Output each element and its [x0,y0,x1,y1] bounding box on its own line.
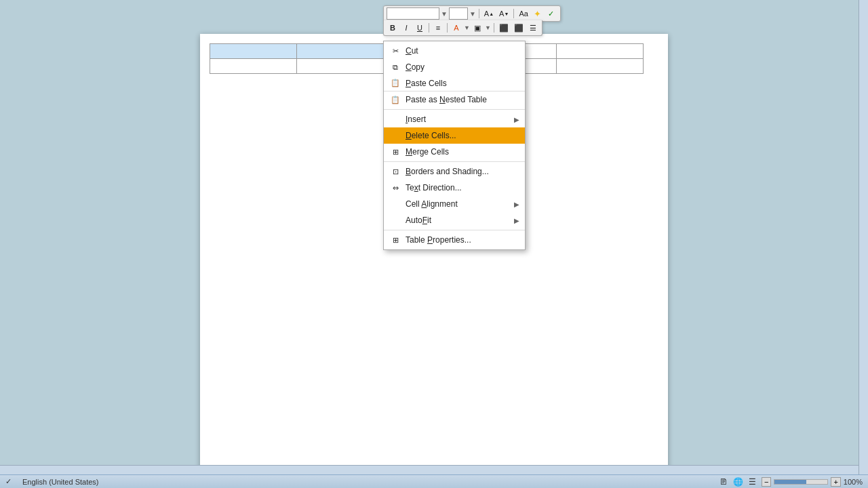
toolbar-separator [479,9,479,18]
zoom-level-label: 100% [844,478,863,486]
zoom-in-button[interactable]: + [831,477,840,487]
italic-button[interactable]: I [400,22,412,34]
cell-alignment-arrow-icon: ▶ [514,201,519,208]
table-cell[interactable] [210,59,297,74]
font-color-button[interactable]: A [450,22,462,34]
status-bar: ✓ English (United States) 🖹 🌐 ☰ − + 100% [0,474,868,488]
font-name-input[interactable]: Calibri (Bo [387,7,439,20]
menu-divider [384,109,525,110]
shrink-font-button[interactable]: A▼ [497,7,511,20]
toolbar-separator [513,9,514,18]
menu-item-table-properties[interactable]: ⊞ Table Properties... [384,232,525,248]
merge-icon: ⊞ [389,146,401,158]
autofit-arrow-icon: ▶ [514,217,519,224]
bg-color-button[interactable]: ▣ [471,22,484,34]
insert-icon [389,113,401,125]
cell-alignment-label: Cell Alignment [406,199,514,209]
bg-color-dropdown[interactable]: ▼ [485,24,491,31]
text-direction-label: Text Direction... [406,183,519,192]
vertical-scrollbar[interactable] [859,0,868,474]
view-icon-print[interactable]: 🖹 [719,477,728,487]
table-properties-label: Table Properties... [406,235,519,245]
toolbar-separator [429,23,429,33]
highlight-button[interactable]: ✦ [532,7,544,20]
copy-icon: ⧉ [389,61,401,73]
menu-item-cut[interactable]: ✂ Cut [384,43,525,59]
font-size-dropdown-icon[interactable]: ▼ [469,10,476,18]
status-right-area: 🖹 🌐 ☰ − + 100% [719,477,863,487]
menu-item-delete-cells[interactable]: Delete Cells... [384,127,525,144]
menu-item-paste-nested[interactable]: 📋 Paste as Nested Table [384,92,525,108]
view-icon-outline[interactable]: ☰ [749,477,756,487]
underline-button[interactable]: U [414,22,426,34]
view-icon-web[interactable]: 🌐 [733,477,743,487]
format-clear-button[interactable]: Aa [517,7,530,20]
bold-button[interactable]: B [387,22,399,34]
delete-cells-label: Delete Cells... [406,131,519,140]
menu-item-insert[interactable]: Insert ▶ [384,111,525,127]
zoom-control: − + 100% [762,477,863,487]
align-center-button[interactable]: ⬛ [512,22,526,34]
menu-item-borders[interactable]: ⊡ Borders and Shading... [384,163,525,180]
paste-icon: 📋 [389,77,401,89]
menu-item-merge-cells[interactable]: ⊞ Merge Cells [384,144,525,160]
cell-alignment-icon [389,198,401,210]
menu-item-autofit[interactable]: AutoFit ▶ [384,212,525,228]
table-cell[interactable] [296,44,383,59]
menu-item-text-direction[interactable]: ⇔ Text Direction... [384,180,525,196]
paste-nested-icon: 📋 [389,94,401,106]
language-label[interactable]: English (United States) [22,478,99,486]
insert-label: Insert [406,115,514,124]
menu-item-copy[interactable]: ⧉ Copy [384,59,525,75]
zoom-slider[interactable] [774,479,828,485]
table-cell[interactable] [210,44,297,59]
paste-cells-label: Paste Cells [406,79,519,88]
table-cell[interactable] [557,44,644,59]
autofit-label: AutoFit [406,216,514,225]
menu-item-cell-alignment[interactable]: Cell Alignment ▶ [384,196,525,212]
table-cell[interactable] [557,59,644,74]
center-align-button[interactable]: ≡ [432,22,444,34]
copy-label: Copy [406,62,519,72]
delete-cells-icon [389,129,401,142]
table-prop-icon: ⊞ [389,234,401,246]
paste-nested-label: Paste as Nested Table [406,95,519,104]
borders-label: Borders and Shading... [406,167,519,176]
cut-label: Cut [406,46,519,56]
zoom-out-button[interactable]: − [762,477,771,487]
table-cell[interactable] [296,59,383,74]
bullets-button[interactable]: ☰ [527,22,539,34]
submenu-arrow-icon: ▶ [514,116,519,123]
context-menu: ✂ Cut ⧉ Copy 📋 Paste Cells 📋 Paste as Ne… [383,41,526,250]
font-size-input[interactable]: 11 [449,7,468,20]
toolbar-separator [494,23,494,33]
status-check-icon: ✓ [5,477,12,486]
grow-font-button[interactable]: A▲ [482,7,496,20]
mini-toolbar: Calibri (Bo ▼ 11 ▼ A▲ A▼ Aa ✦ ✓ [383,5,561,22]
checkmark-button[interactable]: ✓ [545,7,557,20]
menu-divider [384,161,525,162]
autofit-icon [389,214,401,226]
mini-toolbar-row2: B I U ≡ A ▼ ▣ ▼ ⬛ ⬛ ☰ [383,20,542,36]
toolbar-separator [447,23,448,33]
text-dir-icon: ⇔ [389,182,401,194]
align-left-button[interactable]: ⬛ [497,22,511,34]
menu-item-paste-cells[interactable]: 📋 Paste Cells [384,75,525,92]
borders-icon: ⊡ [389,165,401,178]
merge-cells-label: Merge Cells [406,147,519,157]
menu-divider [384,230,525,230]
horizontal-scrollbar[interactable] [0,465,859,474]
font-color-dropdown[interactable]: ▼ [464,24,470,31]
font-dropdown-icon[interactable]: ▼ [441,10,448,18]
scissors-icon: ✂ [389,45,401,57]
